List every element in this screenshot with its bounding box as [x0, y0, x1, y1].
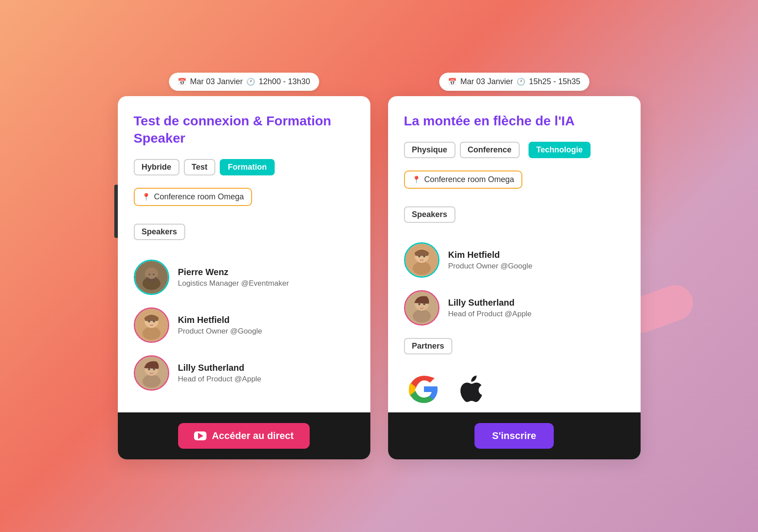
right-time: 15h25 - 15h35 [529, 77, 580, 86]
left-location: Conference room Omega [154, 192, 244, 202]
apple-logo [457, 374, 484, 405]
speaker-item-lilly-right: Lilly Sutherland Head of Product @Apple [404, 290, 625, 326]
speaker-role-lilly-right: Head of Product @Apple [448, 310, 532, 318]
left-time: 12h00 - 13h30 [259, 77, 310, 86]
speaker-name-lilly-right: Lilly Sutherland [448, 298, 532, 308]
partners-logos [404, 374, 625, 405]
speaker-item-lilly-left: Lilly Sutherland Head of Product @Apple [134, 355, 354, 391]
speaker-name-kim-right: Kim Hetfield [448, 250, 533, 260]
tag-hybride: Hybride [134, 159, 179, 175]
left-tags: Hybride Test Formation [134, 159, 354, 175]
speaker-role-lilly-left: Head of Product @Apple [178, 375, 261, 384]
play-triangle [198, 433, 203, 439]
left-card: Test de connexion & Formation Speaker Hy… [118, 96, 370, 459]
svg-point-8 [142, 327, 160, 340]
avatar-lilly-left [134, 355, 169, 391]
speaker-name-lilly-left: Lilly Sutherland [178, 363, 261, 373]
avatar-kim-right [404, 242, 439, 278]
right-tags: Physique Conference Technologie [404, 142, 625, 158]
speaker-info-kim-right: Kim Hetfield Product Owner @Google [448, 250, 533, 271]
right-location-badge: 📍 Conference room Omega [404, 171, 522, 189]
location-pin-icon: 📍 [142, 193, 151, 201]
svg-point-16 [153, 368, 155, 370]
speaker-item-pierre: Pierre Wenz Logistics Manager @Eventmake… [134, 260, 354, 295]
right-date: Mar 03 Janvier [460, 77, 513, 86]
svg-point-15 [148, 368, 150, 370]
svg-point-26 [423, 303, 425, 305]
right-session-title: La montée en flèche de l'IA [404, 112, 625, 129]
left-speakers-label: Speakers [134, 224, 185, 240]
avatar-pierre [134, 260, 169, 295]
right-location-pin-icon: 📍 [412, 175, 421, 184]
svg-point-25 [418, 303, 420, 305]
left-card-wrapper: 📅 Mar 03 Janvier 🕐 12h00 - 13h30 Test de… [118, 73, 370, 459]
left-location-badge: 📍 Conference room Omega [134, 188, 252, 206]
clock-icon: 🕐 [246, 78, 255, 86]
access-live-label: Accéder au direct [212, 430, 294, 442]
svg-point-10 [148, 320, 150, 322]
speaker-info-pierre: Pierre Wenz Logistics Manager @Eventmake… [178, 267, 289, 288]
svg-point-18 [412, 262, 431, 275]
speaker-role-pierre: Logistics Manager @Eventmaker [178, 279, 289, 288]
speaker-role-kim-right: Product Owner @Google [448, 262, 533, 271]
speaker-item-kim-right: Kim Hetfield Product Owner @Google [404, 242, 625, 278]
svg-point-5 [148, 274, 150, 276]
svg-point-11 [153, 320, 155, 322]
youtube-icon [194, 431, 206, 440]
left-session-title: Test de connexion & Formation Speaker [134, 112, 354, 147]
right-date-badge: 📅 Mar 03 Janvier 🕐 15h25 - 15h35 [439, 73, 589, 91]
left-date-badge: 📅 Mar 03 Janvier 🕐 12h00 - 13h30 [169, 73, 319, 91]
right-location: Conference room Omega [424, 175, 514, 184]
page-wrapper: 📅 Mar 03 Janvier 🕐 12h00 - 13h30 Test de… [100, 46, 658, 486]
tag-physique: Physique [404, 142, 455, 158]
svg-point-20 [418, 255, 420, 257]
right-calendar-icon: 📅 [448, 78, 457, 86]
partners-section: Partners [404, 338, 625, 405]
tag-technologie: Technologie [529, 142, 591, 158]
register-button[interactable]: S'inscrire [474, 423, 554, 449]
tag-conference: Conference [460, 142, 520, 158]
register-label: S'inscrire [492, 430, 536, 441]
speaker-info-kim-left: Kim Hetfield Product Owner @Google [178, 315, 262, 336]
left-date: Mar 03 Janvier [190, 77, 243, 86]
right-clock-icon: 🕐 [517, 78, 525, 86]
right-card: La montée en flèche de l'IA Physique Con… [388, 96, 641, 459]
speaker-name-kim-left: Kim Hetfield [178, 315, 262, 325]
svg-point-21 [423, 255, 425, 257]
speaker-item-kim-left: Kim Hetfield Product Owner @Google [134, 307, 354, 343]
left-speakers-list: Pierre Wenz Logistics Manager @Eventmake… [134, 260, 354, 391]
calendar-icon: 📅 [178, 78, 187, 86]
right-card-wrapper: 📅 Mar 03 Janvier 🕐 15h25 - 15h35 La mont… [388, 73, 641, 459]
svg-point-6 [152, 274, 154, 276]
right-card-button-wrapper: S'inscrire [388, 412, 641, 459]
avatar-lilly-right [404, 290, 439, 326]
speaker-info-lilly-right: Lilly Sutherland Head of Product @Apple [448, 298, 532, 318]
speaker-name-pierre: Pierre Wenz [178, 267, 289, 277]
access-live-button[interactable]: Accéder au direct [178, 423, 310, 449]
left-card-button-wrapper: Accéder au direct [118, 412, 370, 459]
tag-formation: Formation [220, 159, 275, 175]
partners-label: Partners [404, 338, 452, 354]
right-speakers-list: Kim Hetfield Product Owner @Google [404, 242, 625, 326]
speaker-info-lilly-left: Lilly Sutherland Head of Product @Apple [178, 363, 261, 384]
right-speakers-label: Speakers [404, 206, 455, 223]
speaker-role-kim-left: Product Owner @Google [178, 327, 262, 336]
svg-point-23 [412, 310, 431, 323]
svg-point-13 [142, 375, 160, 388]
tag-test: Test [184, 159, 216, 175]
google-logo [408, 374, 439, 405]
avatar-kim-left [134, 307, 169, 343]
